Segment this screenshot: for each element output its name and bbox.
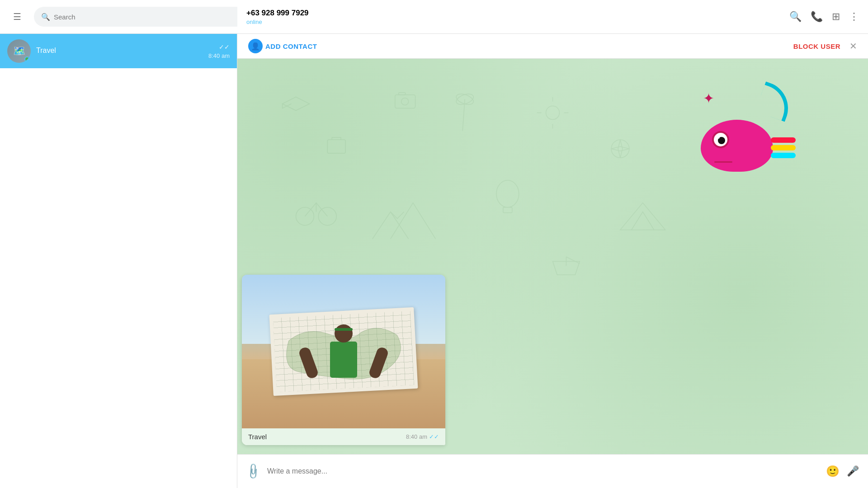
read-receipt: ✓✓ [429,433,439,440]
add-contact-icon: 👤 [248,39,263,53]
creature-tail [755,81,796,122]
chat-header: +63 928 999 7929 online 🔍 📞 ⊞ ⋮ [237,0,868,34]
person-add-icon: 👤 [251,42,260,51]
bar-red [771,137,796,143]
search-bar[interactable]: 🔍 [34,7,269,27]
svg-point-5 [455,92,475,106]
svg-line-4 [462,99,465,131]
message-bubble: Travel 8:40 am ✓✓ [242,275,445,445]
chat-meta: ✓✓ 8:40 am [208,43,230,59]
chat-background: ✦ [237,59,868,454]
sticker-area: ✦ [696,81,796,172]
contact-info: +63 928 999 7929 online [246,9,782,25]
svg-rect-0 [327,140,345,153]
person-silhouette [298,324,389,415]
contact-status: online [246,19,782,25]
search-icon: 🔍 [41,13,50,21]
svg-point-13 [296,207,314,225]
left-arm [298,346,319,380]
svg-point-14 [318,207,336,225]
head [335,324,353,343]
message-caption-bar: Travel 8:40 am ✓✓ [242,428,445,445]
online-dot [24,56,30,62]
add-contact-label: ADD CONTACT [265,42,317,50]
svg-point-6 [455,92,475,106]
creature-eye [712,131,729,148]
message-image[interactable] [242,275,445,428]
action-bar: 👤 ADD CONTACT BLOCK USER ✕ [237,34,868,59]
search-chat-button[interactable]: 🔍 [789,11,802,23]
right-arm [368,346,389,380]
menu-button[interactable]: ☰ [0,0,34,34]
emoji-button[interactable]: 🙂 [826,465,840,478]
time-label: 8:40 am [406,433,427,440]
layout-button[interactable]: ⊞ [832,11,840,23]
svg-rect-3 [399,93,406,95]
search-input[interactable] [54,13,262,21]
compose-bar: 📎 🙂 🎤 [237,454,868,488]
bar-cyan [771,153,796,158]
chat-time: 8:40 am [208,52,230,59]
sidebar: 🗺️ Travel ✓✓ 8:40 am [0,34,237,488]
header-actions: 🔍 📞 ⊞ ⋮ [789,11,859,23]
read-receipt-icon: ✓✓ [219,43,230,51]
bandana [335,328,353,331]
chat-list-item[interactable]: 🗺️ Travel ✓✓ 8:40 am [0,34,237,68]
attach-button[interactable]: 📎 [244,462,262,480]
chat-content: Travel [36,47,203,56]
creature-eye-shine [717,136,720,139]
creature-body [701,120,773,172]
mic-button[interactable]: 🎤 [847,465,859,477]
close-action-bar-button[interactable]: ✕ [849,41,857,52]
creature-mouth [714,161,732,163]
more-options-button[interactable]: ⋮ [849,11,859,23]
message-input[interactable] [267,467,819,475]
message-time: 8:40 am ✓✓ [406,433,439,440]
chat-name: Travel [36,47,203,55]
svg-rect-17 [503,207,512,213]
avatar: 🗺️ [7,39,31,63]
hamburger-icon: ☰ [13,11,21,22]
svg-point-7 [546,106,560,120]
torso [330,342,357,378]
block-user-button[interactable]: BLOCK USER [793,42,840,50]
bar-yellow [771,145,796,150]
character-sticker [696,81,796,172]
sticker-bars [771,137,796,158]
svg-point-2 [401,98,409,105]
caption-text: Travel [248,433,267,441]
contact-phone: +63 928 999 7929 [246,9,782,18]
add-contact-button[interactable]: 👤 ADD CONTACT [248,39,317,53]
svg-point-16 [496,180,519,207]
svg-point-12 [611,140,629,158]
call-button[interactable]: 📞 [811,11,823,23]
svg-rect-1 [395,95,415,108]
